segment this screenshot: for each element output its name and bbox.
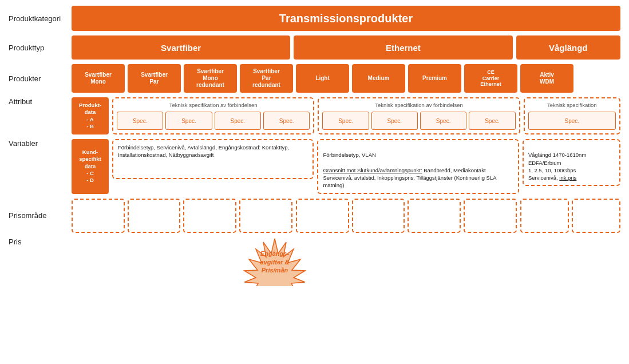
produkttyp-ethernet: Ethernet	[294, 35, 512, 60]
prod-carrier-ethernet: CECarrierEthernet	[464, 64, 517, 93]
prisomrade-eth1	[296, 199, 349, 233]
spec-box-eth3: Spec.	[420, 112, 466, 130]
pris-row: Pris Engångs-avgifter &Pris/mån	[9, 238, 620, 289]
attribut-svartfiber-title: Teknisk specifikation av förbindelsen	[117, 102, 310, 108]
attribut-ethernet-title: Teknisk specifikation av förbindelsen	[322, 102, 515, 108]
var-eth-line2: Gränsnitt mot Slutkund/avlämningspunkt:	[323, 167, 422, 173]
attribut-row: Attribut Produkt-data- A- B Teknisk spec…	[9, 97, 620, 134]
prod-light: Light	[296, 64, 349, 93]
variabler-row: Variabler Kund-specifiktdata- C- D Förbi…	[9, 139, 620, 194]
attribut-ethernet-specs: Spec. Spec. Spec. Spec.	[322, 112, 515, 130]
produktkategori-row: Produktkategori Transmissionsprodukter	[9, 6, 620, 31]
variabler-svartfiber-text: Förbindelsetyp, Servicenivå, Avtalslängd…	[112, 139, 314, 179]
spec-box-eth2: Spec.	[371, 112, 418, 130]
variabler-ethernet-text: Förbindelsetyp, VLAN Gränsnitt mot Slutk…	[317, 139, 519, 194]
produkter-label: Produkter	[9, 74, 72, 83]
spec-box-sf4: Spec.	[263, 112, 310, 130]
attribut-vaglangd-title: Teknisk specifikation	[528, 102, 616, 108]
prisomrade-vag1	[520, 199, 569, 233]
attribut-svartfiber-group: Teknisk specifikation av förbindelsen Sp…	[112, 97, 314, 134]
prod-svartfiber-mono: SvartfiberMono	[72, 64, 125, 93]
variabler-kundspecifikt: Kund-specifiktdata- C- D	[72, 139, 109, 194]
attribut-produktdata: Produkt-data- A- B	[72, 97, 109, 134]
prisomrade-sf3	[183, 199, 236, 233]
pris-label: Pris	[9, 238, 72, 246]
prod-medium: Medium	[352, 64, 405, 93]
transmissionsprodukter-box: Transmissionsprodukter	[72, 6, 620, 31]
prisomrade-sf2	[128, 199, 181, 233]
svg-marker-0	[244, 239, 305, 286]
spec-box-eth1: Spec.	[322, 112, 369, 130]
prisomrade-eth3	[408, 199, 461, 233]
var-vag-text: Våglängd 1470-1610nm EDFA/Erbium 1, 2.5,…	[528, 152, 586, 181]
spec-box-sf2: Spec.	[165, 112, 212, 130]
prisomrade-vaglangd-group	[520, 199, 620, 233]
prisomrade-svartfiber-group	[72, 199, 292, 233]
prisomrade-row: Prisområde	[9, 199, 620, 233]
spec-box-eth4: Spec.	[469, 112, 515, 130]
var-eth-line1: Förbindelsetyp, VLAN	[323, 152, 375, 158]
produkter-row: Produkter SvartfiberMono SvartfiberPar S…	[9, 64, 620, 93]
prisomrade-eth4	[464, 199, 517, 233]
starburst-container: Engångs-avgifter &Pris/mån	[243, 238, 306, 286]
produkttyp-svartfiber: Svartfiber	[72, 35, 290, 60]
prisomrade-sf4	[239, 199, 292, 233]
prod-aktiv-wdm: AktivWDM	[520, 64, 573, 93]
attribut-svartfiber-specs: Spec. Spec. Spec. Spec.	[117, 112, 310, 130]
prod-svartfiber-mono-red: SvartfiberMonoredundant	[184, 64, 237, 93]
spec-box-sf1: Spec.	[117, 112, 163, 130]
prod-svartfiber-par-red: SvartfiberParredundant	[240, 64, 293, 93]
starburst-svg	[243, 238, 306, 286]
attribut-label: Attribut	[9, 97, 72, 106]
variabler-label: Variabler	[9, 139, 72, 148]
prod-svartfiber-par: SvartfiberPar	[128, 64, 181, 93]
attribut-ethernet-group: Teknisk specifikation av förbindelsen Sp…	[318, 97, 520, 134]
produkttyp-row: Produkttyp Svartfiber Ethernet Våglängd	[9, 35, 620, 60]
prod-premium: Premium	[408, 64, 461, 93]
attribut-vaglangd-specs: Spec.	[528, 112, 616, 130]
spec-box-vag1: Spec.	[528, 112, 616, 130]
produktkategori-label: Produktkategori	[9, 14, 72, 23]
produkttyp-vaglangd: Våglängd	[516, 35, 620, 60]
produkttyp-label: Produkttyp	[9, 43, 72, 52]
variabler-vaglangd-text: Våglängd 1470-1610nm EDFA/Erbium 1, 2.5,…	[523, 139, 620, 186]
prisomrade-ethernet-group	[296, 199, 517, 233]
prisomrade-eth2	[352, 199, 405, 233]
prisomrade-vag2	[572, 199, 620, 233]
prisomrade-label: Prisområde	[9, 211, 72, 220]
attribut-vaglangd-group: Teknisk specifikation Spec.	[524, 97, 620, 134]
prisomrade-sf1	[72, 199, 125, 233]
var-vag-underline: ink.pris	[559, 175, 576, 181]
spec-box-sf3: Spec.	[215, 112, 261, 130]
